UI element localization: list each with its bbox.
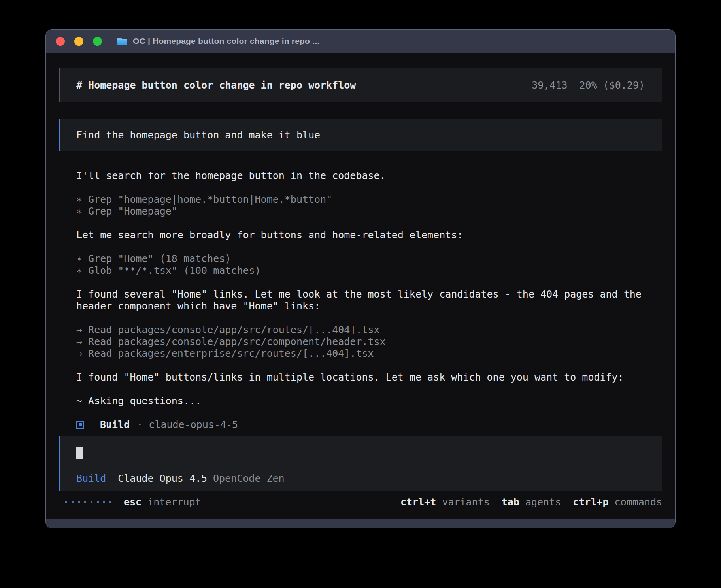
mode-selector[interactable]: Build (76, 473, 106, 484)
esc-key-label: interrupt (147, 496, 201, 508)
tool-call-read: → Read packages/console/app/src/routes/[… (76, 324, 663, 336)
shortcut-commands: ctrl+pcommands (573, 496, 662, 508)
tool-call-read: → Read packages/console/app/src/componen… (76, 336, 663, 348)
agent-name: Build (100, 419, 130, 431)
spinner-dots-icon (65, 501, 111, 503)
assistant-paragraph: I found several "Home" links. Let me loo… (76, 288, 663, 312)
agent-task-row: Build · claude-opus-4-5 (76, 419, 663, 431)
tool-call-read: → Read packages/enterprise/src/routes/[.… (76, 348, 663, 360)
tool-call-glob: ∗ Glob "**/*.tsx" (100 matches) (76, 265, 663, 277)
tool-call-grep: ∗ Grep "homepage|home.*button|Home.*butt… (76, 194, 663, 205)
session-cost: ($0.29) (603, 79, 645, 91)
folder-icon (117, 37, 128, 45)
agent-build-icon (76, 421, 84, 429)
session-header: # Homepage button color change in repo w… (59, 68, 662, 102)
assistant-paragraph: I'll search for the homepage button in t… (76, 170, 663, 182)
session-title: # Homepage button color change in repo w… (76, 79, 356, 91)
minimize-button[interactable] (74, 37, 83, 46)
provider-name: OpenCode Zen (213, 473, 285, 484)
shortcut-variants: ctrl+tvariants (400, 496, 490, 508)
status-bar: escinterrupt ctrl+tvariants tabagents ct… (59, 496, 662, 508)
model-name: Claude Opus 4.5 (118, 473, 207, 484)
window-bottom-edge (46, 519, 675, 528)
prompt-input[interactable]: BuildClaude Opus 4.5OpenCode Zen (59, 436, 662, 491)
tool-call-grep: ∗ Grep "Homepage" (76, 205, 663, 217)
user-message: Find the homepage button and make it blu… (59, 119, 662, 151)
status-left: escinterrupt (59, 496, 201, 508)
input-footer: BuildClaude Opus 4.5OpenCode Zen (76, 473, 646, 484)
assistant-paragraph: I found "Home" buttons/links in multiple… (76, 371, 663, 383)
agent-separator: · (137, 419, 143, 431)
esc-key-hint: esc (124, 496, 142, 508)
tool-call-grep: ∗ Grep "Home" (18 matches) (76, 253, 663, 265)
conversation: I'll search for the homepage button in t… (76, 170, 663, 431)
assistant-paragraph: Let me search more broadly for buttons a… (76, 229, 663, 241)
session-stats: 39,41320%($0.29) (532, 79, 645, 91)
terminal-content: # Homepage button color change in repo w… (46, 53, 675, 519)
shortcut-agents: tabagents (502, 496, 561, 508)
close-button[interactable] (56, 37, 65, 46)
tool-call-group: ∗ Grep "Home" (18 matches) ∗ Glob "**/*.… (76, 253, 663, 277)
tool-call-group: → Read packages/console/app/src/routes/[… (76, 324, 663, 360)
context-percent: 20% (579, 79, 597, 91)
terminal-window: OC | Homepage button color change in rep… (45, 29, 676, 528)
user-message-text: Find the homepage button and make it blu… (76, 129, 320, 141)
window-title: OC | Homepage button color change in rep… (133, 36, 319, 46)
tool-call-group: ∗ Grep "homepage|home.*button|Home.*butt… (76, 194, 663, 217)
window-titlebar[interactable]: OC | Homepage button color change in rep… (46, 30, 675, 53)
token-count: 39,413 (532, 79, 567, 91)
text-cursor (76, 447, 83, 459)
agent-model: claude-opus-4-5 (149, 419, 238, 431)
status-right: ctrl+tvariants tabagents ctrl+pcommands (400, 496, 662, 508)
assistant-status: ~ Asking questions... (76, 395, 663, 407)
maximize-button[interactable] (93, 37, 102, 46)
